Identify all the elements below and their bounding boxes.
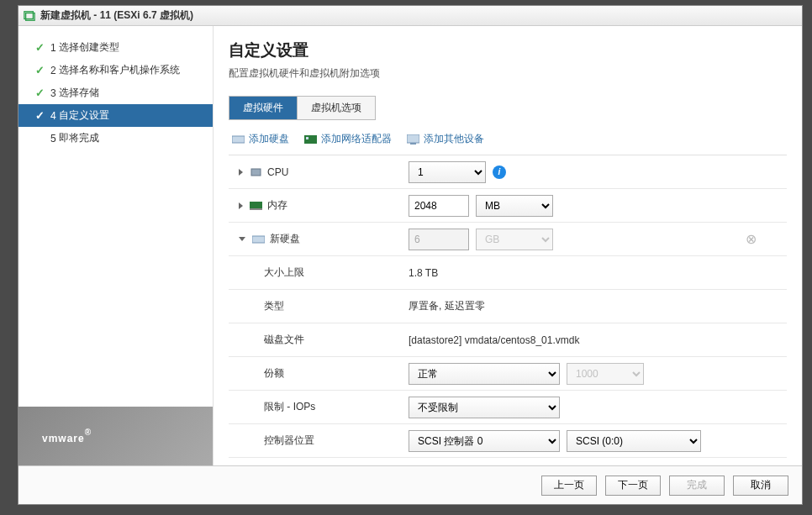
page-subtitle: 配置虚拟机硬件和虚拟机附加选项: [229, 66, 787, 81]
step-name-os[interactable]: 2 选择名称和客户机操作系统: [18, 59, 213, 81]
next-button[interactable]: 下一页: [605, 476, 661, 496]
wizard-steps: 1 选择创建类型 2 选择名称和客户机操作系统 3 选择存储 4 自定义设置 5…: [18, 36, 213, 407]
svg-rect-6: [410, 143, 416, 145]
newdisk-row: 新硬盘 GB ⊗: [229, 223, 787, 256]
expand-cpu-icon[interactable]: [239, 169, 243, 176]
disk-limit-row: 限制 - IOPs 不受限制: [229, 391, 787, 424]
tab-hardware[interactable]: 虚拟硬件: [229, 97, 297, 119]
memory-icon: [250, 201, 262, 211]
memory-row: 内存 MB: [229, 189, 787, 223]
add-nic-button[interactable]: 添加网络适配器: [304, 132, 392, 146]
disk-shares-row: 份额 正常 1000: [229, 357, 787, 391]
tab-options[interactable]: 虚拟机选项: [297, 97, 375, 119]
disk-shares-num-select[interactable]: 1000: [567, 363, 644, 385]
prev-button[interactable]: 上一页: [541, 476, 597, 496]
memory-unit-select[interactable]: MB: [476, 195, 553, 217]
cpu-count-select[interactable]: 1: [409, 161, 486, 183]
disk-unit-select[interactable]: GB: [476, 229, 553, 250]
add-other-button[interactable]: 添加其他设备: [407, 132, 484, 146]
disk-size-input[interactable]: [409, 229, 469, 250]
step-storage[interactable]: 3 选择存储: [18, 81, 213, 104]
vm-icon: [24, 10, 35, 22]
nic-icon: [304, 133, 317, 145]
expand-memory-icon[interactable]: [239, 202, 243, 209]
disk-icon: [232, 133, 245, 145]
dialog-titlebar: 新建虚拟机 - 11 (ESXi 6.7 虚拟机): [18, 6, 802, 26]
disk-controller-pos-select[interactable]: SCSI (0:0): [567, 430, 701, 452]
memory-size-input[interactable]: [409, 195, 469, 217]
svg-rect-10: [252, 236, 265, 243]
device-icon: [407, 133, 419, 145]
dialog-footer: 上一页 下一页 完成 取消: [18, 465, 802, 504]
svg-rect-2: [232, 136, 245, 143]
vmware-logo: vmware®: [18, 407, 213, 465]
step-customize[interactable]: 4 自定义设置: [18, 104, 213, 127]
cpu-row: CPU 1 i: [229, 155, 787, 189]
svg-rect-7: [251, 169, 261, 176]
add-disk-button[interactable]: 添加硬盘: [232, 132, 289, 146]
collapse-disk-icon[interactable]: [239, 237, 245, 241]
settings-tabs: 虚拟硬件 虚拟机选项: [229, 96, 376, 120]
disk-type-row: 类型 厚置备, 延迟置零: [229, 290, 787, 323]
step-create-type[interactable]: 1 选择创建类型: [18, 36, 213, 59]
wizard-sidebar: 1 选择创建类型 2 选择名称和客户机操作系统 3 选择存储 4 自定义设置 5…: [18, 26, 214, 465]
svg-rect-8: [250, 202, 262, 208]
disk-controller-row: 控制器位置 SCSI 控制器 0 SCSI (0:0): [229, 424, 787, 458]
harddisk-icon: [252, 234, 265, 244]
disk-controller-select[interactable]: SCSI 控制器 0: [409, 430, 560, 452]
svg-rect-5: [407, 134, 419, 143]
disk-shares-select[interactable]: 正常: [409, 363, 560, 385]
finish-button: 完成: [669, 476, 725, 496]
disk-limit-select[interactable]: 不受限制: [409, 397, 560, 418]
step-ready: 5 即将完成: [18, 127, 213, 150]
disk-max-row: 大小上限 1.8 TB: [229, 256, 787, 290]
remove-disk-icon[interactable]: ⊗: [746, 231, 757, 247]
new-vm-dialog: 新建虚拟机 - 11 (ESXi 6.7 虚拟机) 1 选择创建类型 2 选择名…: [18, 5, 803, 505]
svg-rect-4: [306, 137, 308, 139]
page-title: 自定义设置: [229, 39, 787, 61]
info-icon[interactable]: i: [493, 166, 506, 179]
hardware-grid: CPU 1 i 内存 MB: [229, 155, 787, 465]
dialog-title: 新建虚拟机 - 11 (ESXi 6.7 虚拟机): [40, 8, 193, 23]
wizard-content: 自定义设置 配置虚拟机硬件和虚拟机附加选项 虚拟硬件 虚拟机选项 添加硬盘 添加…: [214, 26, 802, 465]
add-device-bar: 添加硬盘 添加网络适配器 添加其他设备: [229, 120, 787, 155]
svg-rect-9: [250, 208, 262, 210]
cancel-button[interactable]: 取消: [733, 476, 788, 496]
disk-file-row: 磁盘文件 [datastore2] vmdata/centos8_01.vmdk: [229, 323, 787, 357]
cpu-icon: [250, 167, 262, 177]
